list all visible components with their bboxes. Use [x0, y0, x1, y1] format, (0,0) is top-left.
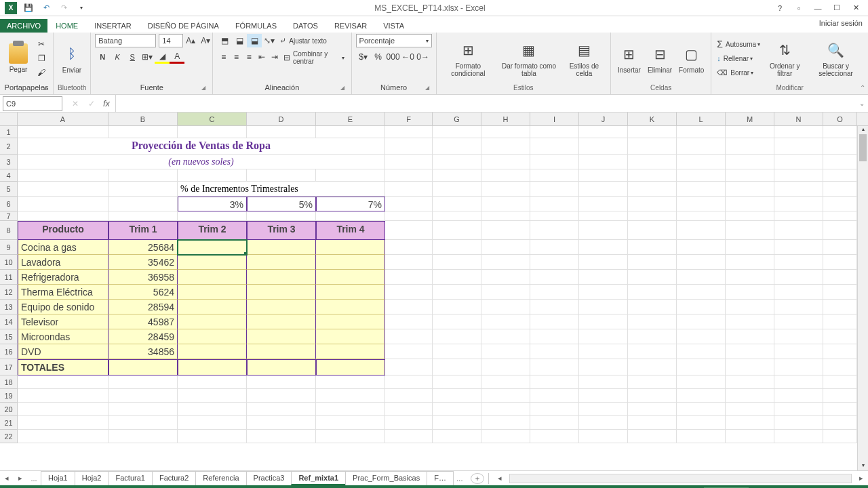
cell[interactable]: [316, 126, 385, 138]
cell[interactable]: [385, 389, 433, 403]
cell[interactable]: [774, 197, 823, 211]
column-header-H[interactable]: H: [481, 113, 530, 125]
cell[interactable]: [18, 197, 108, 211]
bluetooth-send-button[interactable]: ᛒEnviar: [58, 42, 86, 75]
cell[interactable]: [178, 211, 247, 221]
cell[interactable]: [579, 375, 628, 389]
cell[interactable]: [823, 182, 857, 197]
cell[interactable]: [628, 359, 677, 375]
trim4-cell[interactable]: [316, 344, 385, 359]
cell[interactable]: [677, 169, 726, 182]
cell[interactable]: [433, 359, 481, 375]
tab-insert[interactable]: INSERTAR: [86, 19, 140, 33]
cell[interactable]: [579, 329, 628, 344]
row-header[interactable]: 3: [0, 155, 18, 169]
cell[interactable]: [726, 389, 774, 403]
cell[interactable]: [481, 270, 530, 285]
sheet-nav-first[interactable]: ◂: [0, 474, 14, 483]
cell[interactable]: [628, 285, 677, 300]
bold-button[interactable]: N: [95, 50, 110, 64]
cell[interactable]: [677, 155, 726, 169]
cell[interactable]: [385, 255, 433, 270]
cell[interactable]: [726, 270, 774, 285]
cell[interactable]: [823, 240, 857, 255]
cell[interactable]: [481, 314, 530, 329]
row-header[interactable]: 7: [0, 211, 18, 221]
product-name[interactable]: Refrigeradora: [18, 270, 108, 285]
horizontal-scrollbar[interactable]: [509, 474, 852, 483]
trim2-cell[interactable]: [178, 285, 247, 300]
file-tab[interactable]: ARCHIVO: [0, 19, 47, 33]
cell[interactable]: [530, 329, 579, 344]
table-header[interactable]: Trim 4: [316, 221, 385, 240]
cell[interactable]: [677, 255, 726, 270]
cell[interactable]: [178, 126, 247, 138]
trim1-value[interactable]: 28594: [108, 300, 178, 314]
cell[interactable]: [530, 300, 579, 314]
cell[interactable]: [579, 240, 628, 255]
row-header[interactable]: 20: [0, 403, 18, 416]
cell[interactable]: [823, 416, 857, 430]
cell[interactable]: [433, 155, 481, 169]
cell[interactable]: [481, 416, 530, 430]
cell[interactable]: [628, 197, 677, 211]
customize-qat-button[interactable]: ▾: [73, 1, 90, 15]
trim4-cell[interactable]: [316, 329, 385, 344]
cell[interactable]: [726, 375, 774, 389]
cell[interactable]: [823, 255, 857, 270]
cell[interactable]: [18, 182, 108, 197]
cell[interactable]: [433, 211, 481, 221]
cell[interactable]: [579, 138, 628, 155]
enter-formula-button[interactable]: ✓: [84, 97, 99, 110]
font-size-combo[interactable]: 14: [159, 34, 183, 47]
clipboard-launcher[interactable]: ◢: [41, 85, 47, 92]
cell[interactable]: [433, 300, 481, 314]
totals-cell[interactable]: [108, 359, 178, 375]
number-format-combo[interactable]: Porcentaje▾: [356, 34, 432, 47]
cut-button[interactable]: ✂: [34, 37, 49, 51]
cell[interactable]: [385, 155, 433, 169]
font-color-button[interactable]: A: [170, 50, 184, 64]
column-header-L[interactable]: L: [677, 113, 726, 125]
cell[interactable]: [385, 211, 433, 221]
cell[interactable]: [774, 375, 823, 389]
cell[interactable]: [628, 138, 677, 155]
cell[interactable]: [726, 169, 774, 182]
cell[interactable]: [774, 389, 823, 403]
cell[interactable]: [316, 211, 385, 221]
cell[interactable]: [628, 314, 677, 329]
cell[interactable]: [247, 403, 316, 416]
cell[interactable]: [677, 197, 726, 211]
merge-center-button[interactable]: ⊟Combinar y centrar▾: [281, 50, 347, 65]
cell[interactable]: [628, 375, 677, 389]
cell[interactable]: [481, 344, 530, 359]
cell[interactable]: [774, 126, 823, 138]
cell[interactable]: [108, 197, 178, 211]
cell[interactable]: [677, 430, 726, 443]
paste-button[interactable]: Pegar: [4, 41, 33, 75]
select-all-button[interactable]: [0, 113, 18, 126]
close-button[interactable]: ✕: [846, 1, 865, 15]
underline-button[interactable]: S: [125, 50, 140, 64]
hscroll-right[interactable]: ▸: [854, 474, 868, 483]
tab-formulas[interactable]: FÓRMULAS: [227, 19, 285, 33]
cell[interactable]: [18, 430, 108, 443]
cell[interactable]: [579, 126, 628, 138]
trim3-cell[interactable]: [247, 240, 316, 255]
tab-home[interactable]: HOME: [47, 19, 86, 33]
column-header-F[interactable]: F: [385, 113, 433, 125]
cell[interactable]: [823, 430, 857, 443]
cell[interactable]: [433, 285, 481, 300]
cell[interactable]: [579, 416, 628, 430]
cell[interactable]: [628, 416, 677, 430]
cell[interactable]: [823, 138, 857, 155]
excel-icon[interactable]: X: [3, 1, 19, 15]
sheet-tab[interactable]: F…: [427, 471, 454, 485]
expand-formula-bar-button[interactable]: ⌄: [856, 100, 868, 107]
cell[interactable]: [628, 126, 677, 138]
row-header[interactable]: 22: [0, 430, 18, 443]
trim2-cell[interactable]: [178, 344, 247, 359]
cell[interactable]: [823, 169, 857, 182]
wrap-text-button[interactable]: ⤶Ajustar texto: [277, 34, 330, 47]
cell[interactable]: [628, 389, 677, 403]
